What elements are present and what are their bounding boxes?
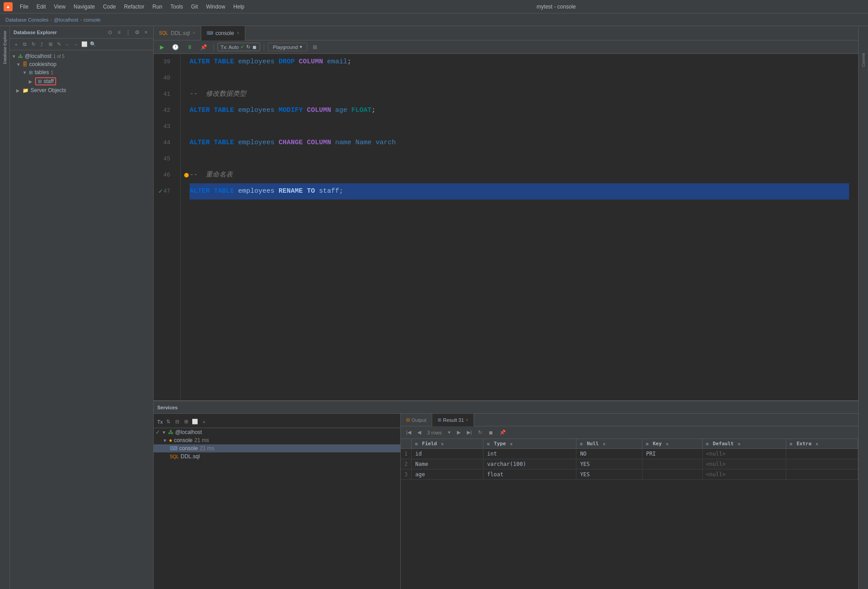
results-panel: ⊟ Output ⊞ Result 31 × |◀ ◀ 3 rows [401, 414, 858, 589]
clock-button[interactable]: 🕐 [169, 43, 182, 51]
menu-file[interactable]: File [16, 3, 32, 11]
svc-sort-icon[interactable]: ⇅ [164, 418, 172, 425]
tree-item-tables[interactable]: ▼ ⊞ tables 1 [10, 68, 153, 76]
sync-icon[interactable]: ⊙ [106, 29, 114, 36]
menu-edit[interactable]: Edit [33, 3, 49, 11]
null-sort-icon[interactable]: ⇅ [603, 442, 605, 446]
key-sort-icon[interactable]: ⇅ [666, 442, 668, 446]
menu-run[interactable]: Run [149, 3, 166, 11]
filter-icon[interactable]: ⋮ [124, 29, 132, 36]
tx-dropdown[interactable]: Tx: Auto ✓ ↻ ⏹ [217, 43, 260, 51]
tables-badge: 1 [51, 70, 53, 75]
playground-button[interactable]: Playground ▾ [268, 43, 307, 51]
tab-console[interactable]: ⌨ console × [201, 26, 245, 40]
stop-results-btn[interactable]: ⏹ [487, 429, 495, 436]
run-button[interactable]: ▶ [157, 43, 167, 51]
localhost-badge: 1 of 5 [53, 54, 65, 59]
vtab-db-explorer[interactable]: Database Explorer [2, 28, 8, 67]
console-tab-label: console [216, 30, 234, 36]
menu-git[interactable]: Git [187, 3, 201, 11]
extra-sort-icon[interactable]: ⇅ [816, 442, 818, 446]
right-icon[interactable]: → [72, 41, 80, 48]
staff-box[interactable]: ⊞ staff [35, 77, 56, 85]
localhost-label: @localhost [25, 53, 52, 59]
svc-window-icon[interactable]: ⬜ [191, 418, 199, 425]
svc-check-item[interactable]: ✓ ▼ 🖧 @localhost [154, 428, 400, 436]
commit-label[interactable]: Commit [861, 53, 866, 67]
pin-results-btn[interactable]: 📌 [498, 429, 508, 436]
tab-ddl[interactable]: SQL DDL.sql × [154, 26, 201, 40]
svc-add-icon[interactable]: + [200, 418, 208, 425]
code-line-40 [190, 70, 849, 86]
breadcrumb-item-1[interactable]: Database Consoles [5, 17, 49, 22]
services-title: Services [157, 405, 177, 410]
console-tab-close[interactable]: × [237, 31, 239, 35]
left-icon[interactable]: ← [64, 41, 71, 48]
last-page-btn[interactable]: ▶| [465, 429, 474, 436]
breadcrumb-item-3[interactable]: console [84, 17, 101, 22]
menu-view[interactable]: View [50, 3, 69, 11]
grid-button[interactable]: ⊞ [310, 43, 320, 51]
code-content[interactable]: ALTER TABLE employees DROP COLUMN email;… [181, 54, 858, 400]
pin-button[interactable]: 📌 [198, 43, 210, 51]
row-2-num: 2 [401, 459, 412, 469]
ln-39: 39 [154, 54, 175, 70]
sort-icon[interactable]: ≡ [115, 29, 123, 36]
tree-item-server-objects[interactable]: ▶ 📁 Server Objects [10, 86, 153, 94]
cols-icon[interactable]: ⊞ [47, 41, 54, 48]
svc-console-item[interactable]: ▼ ● console 21 ms [154, 436, 400, 444]
svc-console-inner-item[interactable]: ⌨ console 21 ms [154, 444, 400, 452]
result-tab-close[interactable]: × [466, 417, 469, 422]
window-icon[interactable]: ⬜ [81, 41, 88, 48]
svc-console-inner-time: 21 ms [199, 445, 214, 452]
filter-tree-icon[interactable]: 🔍 [89, 41, 97, 48]
field-sort-icon[interactable]: ⇅ [441, 442, 443, 446]
code-line-42: ALTER TABLE employees MODIFY COLUMN age … [190, 102, 849, 119]
tree-item-localhost[interactable]: ▼ 🖧 @localhost 1 of 5 [10, 52, 153, 60]
th-extra[interactable]: ⊞ Extra ⇅ [786, 439, 858, 449]
type-col-icon: ⊞ [487, 442, 489, 446]
result-tab[interactable]: ⊞ Result 31 × [432, 414, 474, 426]
svc-collapse-icon[interactable]: ⊟ [173, 418, 181, 425]
key-col-icon: ⊞ [646, 442, 648, 446]
settings-icon[interactable]: ⚙ [133, 29, 141, 36]
th-type[interactable]: ⊞ Type ⇅ [483, 439, 576, 449]
copy-icon[interactable]: ⧉ [21, 41, 28, 48]
breadcrumb-sep-2: › [80, 17, 82, 22]
tree-item-cookieshop[interactable]: ▼ 🗄 cookieshop [10, 60, 153, 68]
edit-icon[interactable]: ✎ [55, 41, 62, 48]
tab-bar: SQL DDL.sql × ⌨ console × [154, 26, 858, 40]
menu-navigate[interactable]: Navigate [70, 3, 98, 11]
first-page-btn[interactable]: |◀ [404, 429, 413, 436]
th-null[interactable]: ⊞ Null ⇅ [576, 439, 642, 449]
table-row: 3 age float YES <null> [401, 469, 858, 480]
menu-refactor[interactable]: Refactor [120, 3, 148, 11]
next-page-btn[interactable]: ▶ [455, 429, 462, 436]
th-field[interactable]: ⊞ Field ⇅ [412, 439, 483, 449]
output-tab[interactable]: ⊟ Output [401, 414, 432, 426]
close-panel-icon[interactable]: × [142, 29, 150, 36]
menu-help[interactable]: Help [230, 3, 248, 11]
menu-window[interactable]: Window [203, 3, 229, 11]
tree-item-staff[interactable]: ▶ ⊞ staff [10, 76, 153, 86]
th-default[interactable]: ⊞ Default ⇅ [702, 439, 786, 449]
code-editor[interactable]: 39 40 41 42 43 44 45 46 ✓47 ALTER TABLE … [154, 54, 858, 400]
pause-button[interactable]: ⏸ [184, 43, 195, 51]
server-icon: 🖧 [18, 53, 23, 59]
jump-icon[interactable]: ⤴ [38, 41, 45, 48]
default-sort-icon[interactable]: ⇅ [738, 442, 740, 446]
prev-page-btn[interactable]: ◀ [416, 429, 423, 436]
menu-tools[interactable]: Tools [167, 3, 186, 11]
refresh-results-btn[interactable]: ↻ [476, 429, 484, 436]
th-key[interactable]: ⊞ Key ⇅ [642, 439, 702, 449]
ddl-tab-close[interactable]: × [193, 31, 195, 35]
refresh-icon[interactable]: ↻ [30, 41, 37, 48]
svc-group-icon[interactable]: ⊞ [182, 418, 190, 425]
svc-ddl-item[interactable]: SQL DDL.sql [154, 452, 400, 461]
type-sort-icon[interactable]: ⇅ [510, 442, 512, 446]
menu-code[interactable]: Code [99, 3, 120, 11]
add-icon[interactable]: + [13, 41, 20, 48]
rows-dropdown[interactable]: ▾ [446, 429, 452, 436]
breadcrumb-item-2[interactable]: @localhost [54, 17, 79, 22]
null-col-label: Null [587, 441, 599, 447]
